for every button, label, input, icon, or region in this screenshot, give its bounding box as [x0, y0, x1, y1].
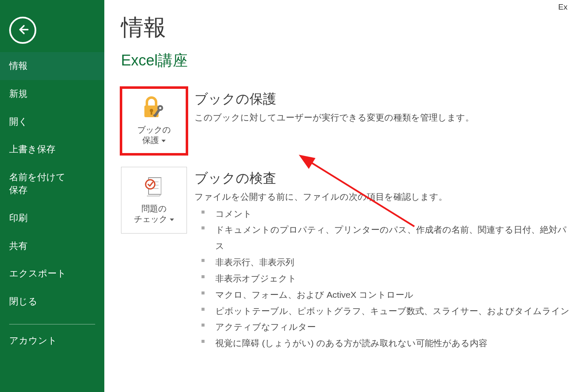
inspect-bullet: ピボットテーブル、ピボットグラフ、キューブ数式、スライサー、およびタイムライン	[194, 303, 570, 319]
back-button[interactable]	[9, 17, 36, 44]
inspect-bullet: 非表示行、非表示列	[194, 254, 570, 271]
sidebar-divider	[9, 324, 95, 324]
chevron-down-icon	[170, 219, 174, 221]
sidebar-item-7[interactable]: エクスポート	[0, 260, 104, 288]
svg-point-12	[146, 180, 155, 189]
sidebar-footer-item-0[interactable]: アカウント	[0, 327, 104, 355]
svg-point-5	[159, 107, 161, 109]
file-name: Excel講座	[121, 50, 570, 71]
tile-label: ブックの 保護	[137, 125, 171, 146]
section-desc-protect: このブックに対してユーザーが実行できる変更の種類を管理します。	[194, 111, 474, 124]
sidebar-item-1[interactable]: 新規	[0, 80, 104, 108]
protect-workbook-button[interactable]: ブックの 保護	[121, 88, 187, 154]
page-title: 情報	[121, 13, 570, 43]
sidebar-item-8[interactable]: 閉じる	[0, 288, 104, 316]
check-issues-button[interactable]: 問題の チェック	[121, 167, 187, 234]
svg-rect-3	[151, 111, 152, 115]
sidebar-item-2[interactable]: 開く	[0, 108, 104, 136]
tile-label: 問題の チェック	[134, 204, 174, 224]
inspect-bullet: ドキュメントのプロパティ、プリンターのパス、作成者の名前、関連する日付、絶対パス	[194, 222, 570, 254]
section-heading-inspect: ブックの検査	[194, 169, 570, 188]
section-desc-inspect: ファイルを公開する前に、ファイルの次の項目を確認します。	[194, 190, 570, 204]
main-content: Ex 情報 Excel講座 ブックの 保護	[104, 0, 570, 392]
sidebar: 情報新規開く上書き保存名前を付けて 保存印刷共有エクスポート閉じる アカウント	[0, 0, 104, 392]
inspect-bullet: アクティブなフィルター	[194, 319, 570, 335]
section-protect: ブックの 保護 ブックの保護 このブックに対してユーザーが実行できる変更の種類を…	[121, 88, 570, 154]
sidebar-item-4[interactable]: 名前を付けて 保存	[0, 163, 104, 204]
sidebar-item-0[interactable]: 情報	[0, 52, 104, 80]
inspect-bullet-list: コメントドキュメントのプロパティ、プリンターのパス、作成者の名前、関連する日付、…	[194, 206, 570, 352]
lock-key-icon	[141, 96, 167, 121]
sidebar-item-3[interactable]: 上書き保存	[0, 136, 104, 163]
sidebar-item-5[interactable]: 印刷	[0, 204, 104, 232]
section-inspect: 問題の チェック ブックの検査 ファイルを公開する前に、ファイルの次の項目を確認…	[121, 167, 570, 352]
chevron-down-icon	[161, 140, 166, 142]
sidebar-item-6[interactable]: 共有	[0, 232, 104, 260]
inspect-bullet: コメント	[194, 206, 570, 222]
arrow-left-icon	[17, 24, 29, 37]
inspect-bullet: マクロ、フォーム、および ActiveX コントロール	[194, 287, 570, 303]
document-check-icon	[143, 176, 165, 199]
app-title: Ex	[558, 3, 567, 12]
inspect-bullet: 非表示オブジェクト	[194, 271, 570, 287]
section-heading-protect: ブックの保護	[194, 90, 474, 108]
inspect-bullet: 視覚に障碍 (しょうがい) のある方が読み取れない可能性がある内容	[194, 335, 570, 352]
